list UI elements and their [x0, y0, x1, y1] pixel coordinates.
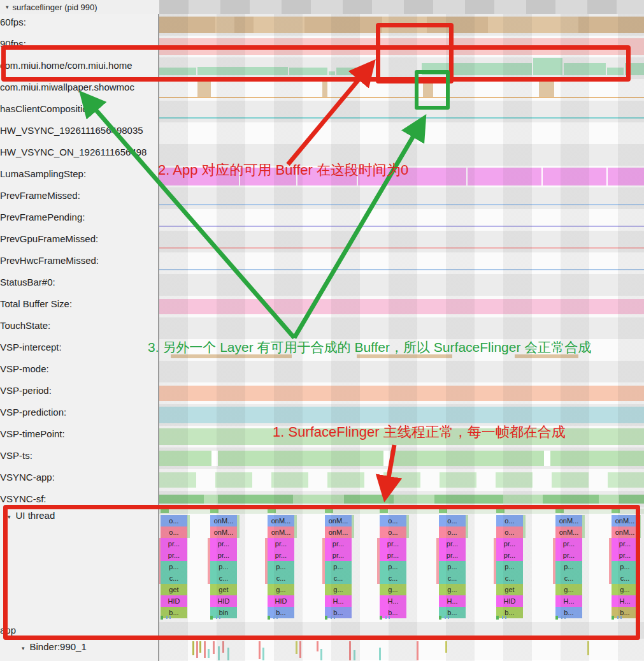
track-label-row-vsp-prediction[interactable]: VSP-prediction:	[0, 404, 158, 426]
buffer-count-bar[interactable]	[197, 67, 288, 75]
ui-thread-slice[interactable]: pr...	[161, 549, 187, 561]
buffer-count-bar[interactable]	[423, 82, 433, 97]
ui-thread-slice[interactable]: H...	[439, 595, 466, 607]
track-label-row-vsp-timepoint[interactable]: VSP-timePoint:	[0, 426, 158, 447]
track-label-row-lumasamplingstep[interactable]: LumaSamplingStep:	[0, 166, 158, 187]
ui-thread-slice[interactable]: g...	[380, 584, 406, 595]
ui-thread-slice[interactable]: get	[161, 584, 187, 595]
buffer-count-bar[interactable]	[625, 63, 644, 75]
ui-thread-slice[interactable]: pr...	[439, 549, 466, 561]
track-label-row-hw-vsync-1926111656498035[interactable]: HW_VSYNC_1926111656498035	[0, 122, 158, 144]
ui-thread-slice[interactable]: get	[210, 584, 237, 595]
binder-slice-tick[interactable]	[259, 641, 261, 659]
binder-slice-tick[interactable]	[349, 641, 351, 660]
binder-slice-tick[interactable]	[208, 649, 210, 658]
ui-thread-slice[interactable]: c...	[268, 572, 294, 584]
buffer-count-bar[interactable]	[607, 68, 624, 75]
ui-thread-slice[interactable]: b...	[496, 607, 523, 618]
binder-slice-tick[interactable]	[379, 648, 381, 660]
track-label-row-60fps[interactable]: 60fps:	[0, 14, 158, 36]
ui-thread-slice[interactable]: c...	[612, 572, 638, 584]
ui-thread-slice[interactable]: p...	[439, 561, 466, 572]
binder-slice-tick[interactable]	[417, 641, 419, 660]
ui-thread-slice[interactable]: get	[496, 584, 523, 595]
track-label-row-prevgpuframemissed[interactable]: PrevGpuFrameMissed:	[0, 231, 158, 252]
track-label-row-statusbar-0[interactable]: StatusBar#0:	[0, 274, 158, 296]
ui-thread-slice[interactable]: H...	[380, 595, 406, 607]
ui-thread-slice[interactable]: c...	[380, 572, 406, 584]
track-label-row-hw-vsync-on-1926111656498[interactable]: HW_VSYNC_ON_1926111656498	[0, 144, 158, 166]
track-label-row-com-miui-miwallpaper-showmoc[interactable]: com.miui.miwallpaper.showmoc	[0, 79, 158, 101]
binder-slice-tick[interactable]	[296, 641, 297, 654]
buffer-count-bar[interactable]	[322, 82, 327, 97]
ui-thread-slice[interactable]: b...	[612, 607, 638, 618]
buffer-count-bar[interactable]	[533, 58, 562, 75]
ui-thread-slice[interactable]: p...	[210, 561, 237, 572]
track-label-row-vsp-mode[interactable]: VSP-mode:	[0, 361, 158, 382]
ui-thread-slice[interactable]: onM...	[555, 527, 582, 538]
buffer-count-bar[interactable]	[289, 68, 327, 75]
process-group-header[interactable]: ▾ surfaceflinger (pid 990)	[0, 0, 159, 15]
ui-thread-slice[interactable]: b...	[555, 607, 582, 618]
ui-thread-slice[interactable]: p...	[380, 561, 406, 572]
ui-thread-slice[interactable]: p...	[268, 561, 294, 572]
binder-slice-tick[interactable]	[299, 641, 301, 658]
binder-slice-tick[interactable]	[213, 641, 215, 654]
track-label-row-vsync-app[interactable]: VSYNC-app:	[0, 469, 158, 491]
track-label-row-90fps[interactable]: 90fps:	[0, 36, 158, 57]
ui-thread-slice[interactable]: b...	[380, 607, 406, 618]
ui-thread-slice[interactable]: pr...	[555, 538, 582, 549]
binder-slice-tick[interactable]	[445, 641, 447, 653]
ui-thread-slice[interactable]: pr...	[210, 549, 237, 561]
ui-thread-slice[interactable]: p...	[612, 561, 638, 572]
ui-thread-slice[interactable]: bin	[210, 607, 237, 618]
ui-thread-slice[interactable]: b...	[161, 607, 187, 618]
ui-thread-slice[interactable]: b...	[325, 607, 352, 618]
ui-thread-slice[interactable]: pr...	[325, 538, 352, 549]
ui-thread-slice[interactable]: g...	[325, 584, 352, 595]
collapse-arrow-icon[interactable]: ▾	[6, 4, 9, 10]
ui-thread-slice[interactable]: pr...	[496, 538, 523, 549]
ui-thread-slice[interactable]: onM...	[268, 515, 294, 527]
binder-slice-tick[interactable]	[204, 641, 206, 658]
ui-thread-slice[interactable]: o...	[496, 527, 523, 538]
track-label-row-vsp-period[interactable]: VSP-period:	[0, 382, 158, 404]
ui-thread-slice[interactable]: g...	[555, 584, 582, 595]
collapse-arrow-icon[interactable]: ▾	[8, 514, 11, 520]
track-label-row-ui-thread[interactable]: ▾UI thread	[0, 507, 158, 622]
ui-thread-slice[interactable]: o...	[380, 515, 406, 527]
binder-slice-tick[interactable]	[317, 641, 318, 651]
track-label-row-prevframemissed[interactable]: PrevFrameMissed:	[0, 187, 158, 209]
binder-slice-tick[interactable]	[587, 641, 589, 655]
ui-thread-slice[interactable]: o...	[439, 515, 466, 527]
ui-thread-slice[interactable]: onM...	[210, 515, 237, 527]
track-label-row-touchstate[interactable]: TouchState:	[0, 317, 158, 339]
ui-thread-slice[interactable]: o...	[380, 527, 406, 538]
ui-thread-slice[interactable]: pr...	[612, 538, 638, 549]
ui-thread-slice[interactable]: g...	[612, 584, 638, 595]
ui-thread-slice[interactable]: pr...	[325, 549, 352, 561]
ui-thread-slice[interactable]: o...	[161, 527, 187, 538]
ui-thread-slice[interactable]: o...	[496, 515, 523, 527]
ui-thread-slice[interactable]: pr...	[555, 549, 582, 561]
ui-thread-slice[interactable]: pr...	[380, 538, 406, 549]
ui-thread-slice[interactable]: HID	[496, 595, 523, 607]
ui-thread-slice[interactable]: o...	[161, 515, 187, 527]
ui-thread-slice[interactable]: onM...	[555, 515, 582, 527]
ui-thread-slice[interactable]: c...	[439, 572, 466, 584]
track-label-row-prevhwcframemissed[interactable]: PrevHwcFrameMissed:	[0, 252, 158, 274]
track-label-row-vsp-ts[interactable]: VSP-ts:	[0, 447, 158, 469]
ui-thread-slice[interactable]: pr...	[210, 538, 237, 549]
ui-thread-slice[interactable]: onM...	[612, 515, 638, 527]
ui-thread-slice[interactable]: H...	[612, 595, 638, 607]
ui-thread-slice[interactable]: p...	[161, 561, 187, 572]
ui-thread-slice[interactable]: pr...	[161, 538, 187, 549]
timeline-header-strip[interactable]	[159, 0, 644, 15]
ui-thread-slice[interactable]: p...	[325, 561, 352, 572]
ui-thread-slice[interactable]: onM...	[268, 527, 294, 538]
binder-slice-tick[interactable]	[192, 641, 194, 655]
binder-slice-tick[interactable]	[196, 641, 198, 658]
ui-thread-slice[interactable]: g...	[439, 584, 466, 595]
ui-thread-slice[interactable]: HID	[210, 595, 237, 607]
ui-thread-slice[interactable]: pr...	[612, 549, 638, 561]
